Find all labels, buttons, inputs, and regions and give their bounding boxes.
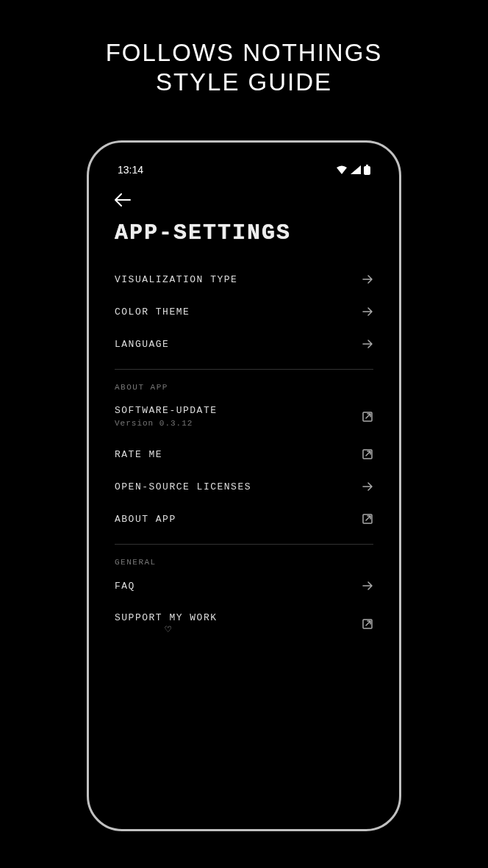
row-label: SUPPORT MY WORK (115, 612, 218, 623)
headline-line2: STYLE GUIDE (156, 68, 332, 96)
settings-row-visualization-type[interactable]: VISUALIZATION TYPE (115, 263, 373, 295)
settings-row-software-update[interactable]: SOFTWARE-UPDATE Version 0.3.12 (115, 395, 373, 438)
row-label: OPEN-SOURCE LICENSES (115, 481, 251, 492)
row-label: SOFTWARE-UPDATE (115, 405, 218, 416)
row-label: VISUALIZATION TYPE (115, 274, 237, 285)
row-label: ABOUT APP (115, 514, 176, 525)
chevron-right-icon (362, 306, 373, 318)
chevron-right-icon (362, 273, 373, 285)
row-label: COLOR THEME (115, 306, 190, 318)
battery-icon (364, 165, 370, 175)
row-label: LANGUAGE (115, 339, 169, 350)
status-bar: 13:14 (109, 161, 379, 176)
section-header-general: GENERAL (115, 553, 373, 570)
row-label: RATE ME (115, 449, 162, 460)
settings-row-about-app[interactable]: ABOUT APP (115, 503, 373, 535)
settings-row-oss-licenses[interactable]: OPEN-SOURCE LICENSES (115, 470, 373, 503)
external-link-icon (362, 618, 373, 630)
cellular-icon (351, 165, 361, 174)
settings-row-color-theme[interactable]: COLOR THEME (115, 295, 373, 328)
chevron-right-icon (362, 481, 373, 492)
external-link-icon (362, 448, 373, 460)
section-header-about: ABOUT APP (115, 379, 373, 395)
back-arrow-icon[interactable] (115, 193, 131, 207)
settings-list: VISUALIZATION TYPE COLOR THEME LANGUAGE (109, 263, 379, 646)
status-time: 13:14 (118, 164, 143, 176)
page-title: APP-SETTINGS (109, 216, 379, 263)
divider (115, 369, 373, 370)
phone-screen: 13:14 APP-SETTINGS (98, 152, 390, 819)
chevron-right-icon (362, 580, 373, 592)
settings-row-faq[interactable]: FAQ (115, 570, 373, 602)
headline-line1: FOLLOWS NOTHINGS (106, 39, 383, 66)
settings-row-support-my-work[interactable]: SUPPORT MY WORK ♡ (115, 602, 373, 646)
settings-row-language[interactable]: LANGUAGE (115, 328, 373, 360)
row-sublabel: Version 0.3.12 (115, 419, 218, 428)
phone-frame: 13:14 APP-SETTINGS (87, 140, 401, 831)
divider (115, 544, 373, 545)
status-icons (336, 165, 370, 175)
wifi-icon (336, 165, 348, 174)
chevron-right-icon (362, 338, 373, 350)
back-row (109, 176, 379, 216)
row-label: FAQ (115, 581, 135, 592)
external-link-icon (362, 411, 373, 423)
settings-row-rate-me[interactable]: RATE ME (115, 438, 373, 470)
promo-headline: FOLLOWS NOTHINGS STYLE GUIDE (106, 38, 383, 96)
external-link-icon (362, 513, 373, 525)
svg-rect-0 (366, 165, 368, 166)
svg-rect-1 (364, 166, 370, 175)
heart-icon: ♡ (165, 623, 170, 636)
